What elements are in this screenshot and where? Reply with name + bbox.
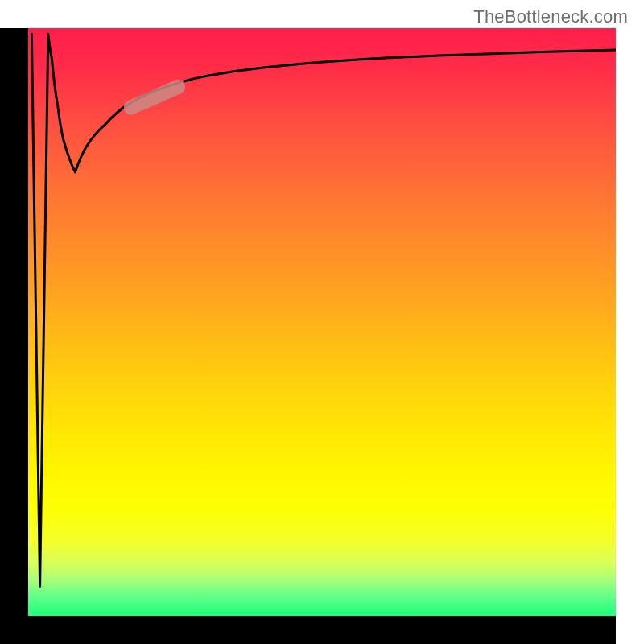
y-axis-bar (0, 28, 28, 616)
bottleneck-chart: TheBottleneck.com (0, 0, 644, 644)
plot-area (28, 28, 616, 616)
highlight-segment (131, 87, 178, 108)
axis-corner (0, 616, 28, 644)
x-axis-bar (28, 616, 616, 644)
curve-layer (28, 28, 616, 616)
attribution-label: TheBottleneck.com (473, 6, 628, 27)
curve-path (31, 34, 616, 586)
